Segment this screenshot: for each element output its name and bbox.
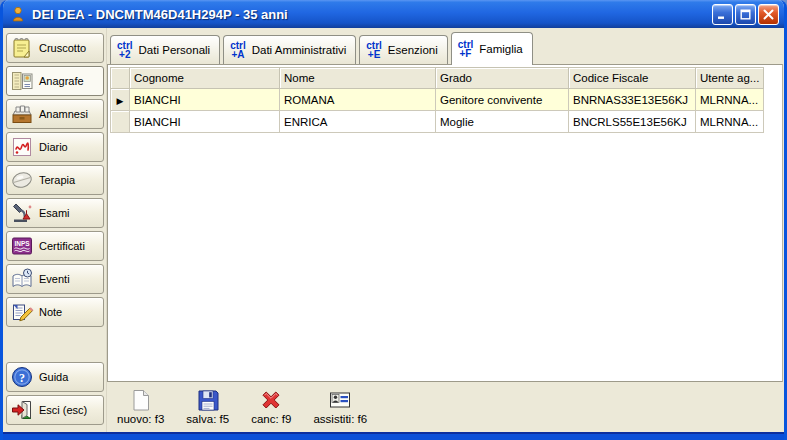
tab-strip: ctrl+2 Dati Personali ctrl+A Dati Ammini… — [107, 28, 784, 64]
tool-label: assistiti: f6 — [313, 413, 367, 425]
sidebar-item-label: Anagrafe — [39, 75, 84, 87]
tab-shortcut: ctrl+2 — [117, 41, 133, 59]
sidebar-item-label: Diario — [39, 141, 68, 153]
book-clock-icon — [10, 267, 34, 291]
pill-tablet-icon — [10, 168, 34, 192]
sidebar-item-guida[interactable]: ? Guida — [6, 362, 104, 392]
column-header-grado[interactable]: Grado — [436, 68, 569, 89]
window-title: DEI DEA - DNCMTM46D41H294P - 35 anni — [32, 7, 710, 22]
sidebar-item-note[interactable]: Note — [6, 297, 104, 327]
tab-dati-personali[interactable]: ctrl+2 Dati Personali — [110, 35, 220, 64]
exit-door-icon — [10, 398, 34, 422]
inps-logo-icon: INPS — [10, 234, 34, 258]
cell-cognome[interactable]: BIANCHI — [130, 111, 280, 133]
column-header-nome[interactable]: Nome — [280, 68, 436, 89]
cell-utente[interactable]: MLRNNA... — [696, 89, 764, 111]
tab-shortcut: ctrl+A — [230, 41, 246, 59]
cell-cognome[interactable]: BIANCHI — [130, 89, 280, 111]
sidebar-item-terapia[interactable]: Terapia — [6, 165, 104, 195]
tool-label: salva: f5 — [186, 413, 229, 425]
column-header-codice-fiscale[interactable]: Codice Fiscale — [569, 68, 696, 89]
tab-famiglia[interactable]: ctrl+F Famiglia — [451, 32, 533, 65]
tab-label: Dati Amministrativi — [252, 44, 347, 56]
sidebar-item-label: Anamnesi — [39, 108, 88, 120]
sidebar-item-label: Note — [39, 306, 62, 318]
sidebar-item-label: Eventi — [39, 273, 70, 285]
family-table: Cognome Nome Grado Codice Fiscale Utente… — [110, 67, 764, 133]
main-area: ctrl+2 Dati Personali ctrl+A Dati Ammini… — [107, 28, 784, 432]
sidebar-spacer — [6, 330, 104, 362]
minimize-icon — [717, 9, 728, 20]
tab-esenzioni[interactable]: ctrl+E Esenzioni — [359, 35, 447, 64]
tab-label: Dati Personali — [139, 44, 211, 56]
family-grid-panel: Cognome Nome Grado Codice Fiscale Utente… — [107, 64, 783, 382]
assistiti-button[interactable]: assistiti: f6 — [309, 385, 371, 427]
nuovo-button[interactable]: nuovo: f3 — [113, 385, 168, 427]
maximize-button[interactable] — [735, 4, 756, 25]
bottom-toolbar: nuovo: f3 salva: f5 — [107, 382, 784, 432]
current-row-marker-icon: ▶ — [117, 96, 124, 106]
maximize-icon — [740, 9, 751, 20]
new-document-icon — [128, 387, 154, 413]
minimize-button[interactable] — [712, 4, 733, 25]
tab-label: Esenzioni — [388, 44, 438, 56]
sidebar-item-anamnesi[interactable]: Anamnesi — [6, 99, 104, 129]
sidebar-item-label: Cruscotto — [39, 42, 86, 54]
sidebar-item-esami[interactable]: Esami — [6, 198, 104, 228]
table-header-row: Cognome Nome Grado Codice Fiscale Utente… — [111, 68, 764, 89]
column-header-cognome[interactable]: Cognome — [130, 68, 280, 89]
card-file-box-icon — [10, 102, 34, 126]
svg-text:?: ? — [19, 371, 25, 385]
close-button[interactable] — [758, 4, 779, 25]
cell-nome[interactable]: ROMANA — [280, 89, 436, 111]
window-bottom-border — [3, 432, 784, 440]
sidebar-nav: Cruscotto Anagrafe — [3, 28, 107, 432]
sidebar-item-label: Certificati — [39, 240, 85, 252]
sidebar-item-certificati[interactable]: INPS Certificati — [6, 231, 104, 261]
sidebar-item-label: Esci (esc) — [39, 404, 87, 416]
tool-label: nuovo: f3 — [117, 413, 164, 425]
canc-button[interactable]: canc: f9 — [247, 385, 295, 427]
column-header-utente[interactable]: Utente ag... — [696, 68, 764, 89]
sidebar-item-anagrafe[interactable]: Anagrafe — [6, 66, 104, 96]
close-icon — [763, 9, 774, 20]
patients-card-icon — [327, 387, 353, 413]
salva-button[interactable]: salva: f5 — [182, 385, 233, 427]
tab-label: Famiglia — [479, 43, 522, 55]
sidebar-item-esci[interactable]: Esci (esc) — [6, 395, 104, 425]
table-row: BIANCHI ENRICA Moglie BNCRLS55E13E56KJ M… — [111, 111, 764, 133]
sidebar-item-diario[interactable]: Diario — [6, 132, 104, 162]
tool-label: canc: f9 — [251, 413, 291, 425]
note-pencil-icon — [10, 300, 34, 324]
sidebar-item-label: Terapia — [39, 174, 75, 186]
delete-x-icon — [258, 387, 284, 413]
row-selector-cell[interactable]: ▶ — [111, 89, 130, 111]
help-question-icon: ? — [10, 365, 34, 389]
dashboard-notepad-icon — [10, 36, 34, 60]
tab-shortcut: ctrl+F — [458, 40, 474, 58]
cell-codice-fiscale[interactable]: BNRNAS33E13E56KJ — [569, 89, 696, 111]
cell-utente[interactable]: MLRNNA... — [696, 111, 764, 133]
id-cards-icon — [10, 69, 34, 93]
cell-codice-fiscale[interactable]: BNCRLS55E13E56KJ — [569, 111, 696, 133]
application-window: DEI DEA - DNCMTM46D41H294P - 35 anni — [0, 0, 787, 440]
sidebar-item-cruscotto[interactable]: Cruscotto — [6, 33, 104, 63]
tab-shortcut: ctrl+E — [366, 41, 382, 59]
row-selector-header — [111, 68, 130, 89]
sidebar-item-eventi[interactable]: Eventi — [6, 264, 104, 294]
diary-scribble-icon — [10, 135, 34, 159]
cell-nome[interactable]: ENRICA — [280, 111, 436, 133]
row-selector-cell[interactable] — [111, 111, 130, 133]
sidebar-item-label: Esami — [39, 207, 70, 219]
svg-text:INPS: INPS — [14, 240, 30, 247]
title-bar[interactable]: DEI DEA - DNCMTM46D41H294P - 35 anni — [3, 0, 784, 28]
table-row: ▶ BIANCHI ROMANA Genitore convivente BNR… — [111, 89, 764, 111]
app-person-icon — [9, 5, 27, 23]
cell-grado[interactable]: Genitore convivente — [436, 89, 569, 111]
cell-grado[interactable]: Moglie — [436, 111, 569, 133]
sidebar-item-label: Guida — [39, 371, 68, 383]
save-floppy-icon — [195, 387, 221, 413]
microscope-flask-icon — [10, 201, 34, 225]
tab-dati-amministrativi[interactable]: ctrl+A Dati Amministrativi — [223, 35, 356, 64]
